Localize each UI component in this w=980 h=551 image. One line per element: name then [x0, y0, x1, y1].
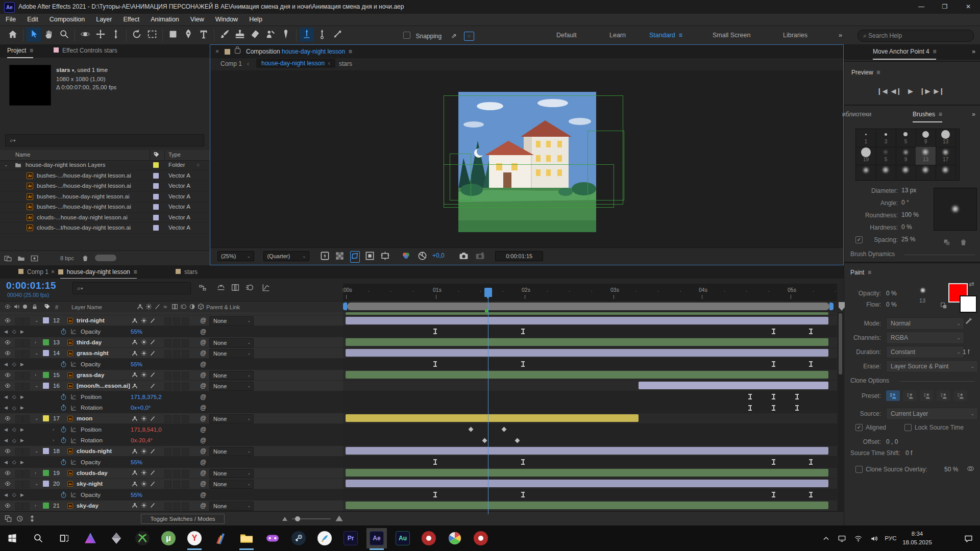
- frame-blending-icon[interactable]: [231, 283, 240, 294]
- eye-icon[interactable]: [4, 468, 11, 478]
- tool-brush[interactable]: [217, 28, 232, 42]
- snapshot-icon[interactable]: [459, 251, 469, 263]
- keyframe[interactable]: [772, 459, 775, 465]
- brush-preset[interactable]: 9: [896, 147, 916, 165]
- exposure-value[interactable]: +0,0: [432, 252, 445, 259]
- stopwatch-icon[interactable]: [60, 435, 67, 446]
- property-value[interactable]: 0x+0,0°: [131, 403, 151, 413]
- paint-panel-title[interactable]: Paint ≡: [850, 269, 871, 276]
- label-swatch[interactable]: [153, 225, 159, 231]
- property-row-rotation[interactable]: ◀ ◇ ▶ Rotation 0x+0,0° @: [0, 403, 844, 413]
- layer-label-swatch[interactable]: [43, 383, 49, 389]
- clone-source-overlay-checkbox[interactable]: [855, 466, 863, 473]
- layer-name[interactable]: sky-day: [77, 500, 99, 511]
- menu-file[interactable]: File: [6, 16, 16, 23]
- project-row[interactable]: Ai clouds-...t/house-day-night lesson.ai…: [0, 223, 210, 234]
- parent-pickwhip-icon[interactable]: @: [200, 446, 206, 456]
- property-row-rotation[interactable]: ◀ ◇ ▶ › Rotation 0x-20,4° @: [0, 435, 844, 446]
- quality-switch[interactable]: [150, 315, 156, 325]
- project-search-box[interactable]: ⌕▾: [5, 134, 204, 146]
- next-keyframe-icon[interactable]: ▶: [20, 489, 24, 500]
- brush-preset[interactable]: [856, 165, 876, 181]
- property-row-position[interactable]: ◀ ◇ ▶ Position 171,8,375,2 @: [0, 391, 844, 402]
- lock-icon[interactable]: [235, 48, 240, 54]
- shy-switch[interactable]: [132, 500, 138, 511]
- aligned-checkbox[interactable]: ✓: [855, 424, 863, 431]
- quality-switch[interactable]: [150, 468, 156, 478]
- keyframe[interactable]: [469, 427, 474, 432]
- per-character-3d-icon[interactable]: ⁘: [464, 32, 474, 41]
- preview-panel-title[interactable]: Preview ≡: [851, 69, 880, 76]
- prev-keyframe-icon[interactable]: ◀: [4, 359, 8, 369]
- tool-roi[interactable]: [145, 28, 159, 42]
- brush-setting-value[interactable]: 0 %: [901, 223, 912, 231]
- draft-3d-icon[interactable]: [216, 283, 226, 294]
- property-name[interactable]: Opacity: [81, 489, 101, 500]
- tool-cursor[interactable]: [27, 28, 41, 42]
- shy-switch[interactable]: [132, 479, 138, 489]
- tool-roto[interactable]: [263, 28, 278, 42]
- collapse-switch[interactable]: [141, 468, 147, 478]
- preview-first-button[interactable]: ❙◀: [875, 87, 889, 95]
- next-keyframe-icon[interactable]: ▶: [20, 457, 24, 467]
- parent-dropdown[interactable]: None⌄: [209, 480, 254, 489]
- expand-layers-icon[interactable]: [4, 515, 12, 523]
- quality-switch[interactable]: [150, 413, 156, 423]
- expression-pickwhip-icon[interactable]: @: [200, 457, 206, 467]
- keyframe[interactable]: [433, 329, 437, 334]
- prev-keyframe-icon[interactable]: ◀: [4, 391, 8, 402]
- timeline-zoom-slider[interactable]: [292, 518, 331, 519]
- shy-switch[interactable]: [132, 413, 138, 423]
- eye-icon[interactable]: [4, 381, 11, 391]
- breadcrumb-stars[interactable]: stars: [339, 60, 352, 67]
- interpret-footage-icon[interactable]: [4, 255, 12, 263]
- shy-switch[interactable]: [132, 348, 138, 358]
- layer-label-swatch[interactable]: [43, 415, 49, 421]
- layer-expand-chevron[interactable]: ›: [35, 468, 36, 478]
- keyframe[interactable]: [809, 329, 813, 334]
- tab-move-anchor-point[interactable]: Move Anchor Point 4 ≡: [873, 48, 936, 60]
- layer-name[interactable]: [moon/h...esson.ai]: [77, 381, 130, 391]
- timeline-navigator[interactable]: [343, 301, 837, 312]
- project-row[interactable]: Ai bushes-.../house-day-night lesson.ai …: [0, 181, 210, 192]
- brushes-overflow[interactable]: »: [972, 111, 975, 118]
- tray-volume-icon[interactable]: [869, 525, 880, 551]
- stopwatch-icon[interactable]: [60, 457, 67, 467]
- expand-arrow-icon[interactable]: ⇗: [451, 32, 457, 40]
- brush-setting-value[interactable]: 13 px: [901, 187, 916, 194]
- tray-clock[interactable]: 8:3418.05.2025: [899, 525, 935, 551]
- collapse-switch[interactable]: [141, 479, 147, 489]
- next-keyframe-icon[interactable]: ▶: [20, 391, 24, 402]
- tool-panc[interactable]: [93, 28, 108, 42]
- graph-icon[interactable]: [70, 424, 77, 435]
- menu-edit[interactable]: Edit: [27, 16, 38, 23]
- stopwatch-icon[interactable]: [60, 391, 67, 402]
- new-folder-icon[interactable]: [17, 255, 25, 263]
- item-name[interactable]: house-day-night lesson Layers: [26, 162, 106, 168]
- keyframe[interactable]: [772, 405, 775, 411]
- brush-setting-value[interactable]: 25 %: [901, 236, 915, 243]
- next-keyframe-icon[interactable]: ▶: [20, 359, 24, 369]
- channels-icon[interactable]: [401, 251, 411, 263]
- stopwatch-icon[interactable]: [60, 489, 67, 500]
- resolution-dropdown[interactable]: (Quarter) ⌄: [263, 251, 309, 261]
- parent-pickwhip-icon[interactable]: @: [200, 315, 206, 325]
- add-keyframe-icon[interactable]: ◇: [12, 359, 16, 369]
- tool-rect[interactable]: [166, 28, 180, 42]
- viewer-timecode[interactable]: 0:00:01:15: [495, 251, 543, 261]
- layer-expand-chevron[interactable]: ›: [35, 370, 36, 380]
- quality-switch[interactable]: [150, 370, 156, 380]
- prev-keyframe-icon[interactable]: ◀: [4, 403, 8, 413]
- playhead-handle[interactable]: [484, 288, 492, 297]
- property-row-opacity[interactable]: ◀ ◇ ▶ Opacity 55% @: [0, 489, 844, 500]
- layer-expand-chevron[interactable]: ⌄: [35, 479, 39, 489]
- prop-chevron[interactable]: ›: [53, 424, 54, 435]
- property-row-opacity[interactable]: ◀ ◇ ▶ Opacity 55% @: [0, 359, 844, 369]
- steam[interactable]: [288, 528, 309, 548]
- brush-preset[interactable]: 13: [916, 147, 936, 165]
- clone-preset-1[interactable]: [886, 390, 900, 401]
- keyframe[interactable]: [521, 459, 525, 465]
- tool-pen[interactable]: [181, 28, 195, 42]
- layer-row-clouds-day[interactable]: › 19 Ai clouds-day @ None⌄: [0, 468, 844, 479]
- graph-icon[interactable]: [70, 435, 77, 446]
